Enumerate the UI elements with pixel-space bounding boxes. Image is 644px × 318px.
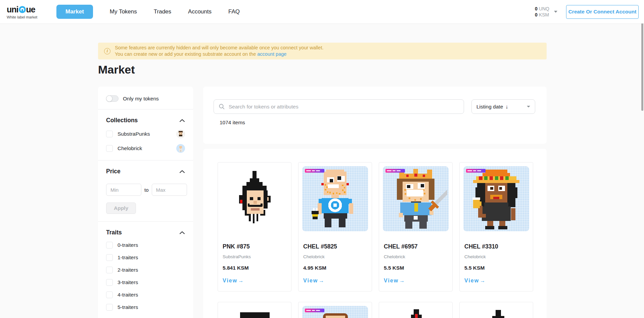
token-card[interactable]: CHEL #6957 Chelobrick 5.5 KSM View→ xyxy=(379,162,453,291)
token-price: 5.841 KSM xyxy=(223,265,249,271)
logo[interactable]: uni ue White label market xyxy=(7,5,46,19)
right-arrow-icon: → xyxy=(238,278,243,283)
trait-label: 0-traiters xyxy=(118,242,138,248)
balances-caret-down-icon[interactable] xyxy=(554,11,557,13)
banner-line2: You can create new or add your existing … xyxy=(115,51,323,57)
token-collection: Chelobrick xyxy=(384,254,405,259)
token-art-sombrero-man-beer xyxy=(465,168,528,231)
search-icon xyxy=(219,103,225,110)
token-title: PNK #875 xyxy=(223,243,250,250)
token-image-tag xyxy=(305,309,324,312)
token-card[interactable] xyxy=(298,302,372,318)
trait-row-0: 0-traiters xyxy=(106,242,185,248)
token-image-tag xyxy=(385,169,405,173)
wallet-balances[interactable]: 0UNQ 0KSM xyxy=(535,6,549,18)
token-image xyxy=(302,306,368,318)
only-my-tokens-toggle[interactable] xyxy=(106,95,119,102)
price-to-label: to xyxy=(144,187,149,193)
trait-row-2: 2-traiters xyxy=(106,267,185,273)
app-header: uni ue White label market Market My Toke… xyxy=(0,0,644,24)
checkbox-5-traiters[interactable] xyxy=(106,304,113,311)
logo-tagline: White label market xyxy=(7,15,46,19)
token-image xyxy=(222,306,287,318)
vertical-scrollbar[interactable] xyxy=(641,19,643,111)
main-nav: Market My Tokens Trades Accounts FAQ xyxy=(56,5,240,19)
trait-row-1: 1-traiters xyxy=(106,254,185,261)
checkbox-chelobrick[interactable] xyxy=(106,145,113,152)
right-arrow-icon: → xyxy=(399,278,405,283)
wallet-notice-banner: i Some features are currently hidden and… xyxy=(98,43,547,59)
sort-direction-down-icon[interactable]: ↓ xyxy=(505,104,508,110)
price-max-input[interactable] xyxy=(152,184,187,196)
token-card[interactable] xyxy=(459,302,533,318)
logo-text-right: ue xyxy=(26,5,35,14)
nav-item-my-tokens[interactable]: My Tokens xyxy=(110,8,137,15)
divider xyxy=(98,221,193,222)
token-card[interactable]: PNK #875 SubstraPunks 5.841 KSM View→ xyxy=(218,162,291,291)
chevron-up-icon[interactable] xyxy=(179,170,185,173)
trait-label: 2-traiters xyxy=(118,267,138,273)
view-link[interactable]: View→ xyxy=(223,278,243,284)
filters-sidebar: Only my tokens Collections SubstraPunks … xyxy=(98,87,193,318)
chelobrick-avatar xyxy=(176,144,185,153)
token-art-punk-man-mohawk-beard xyxy=(231,168,278,230)
nav-item-trades[interactable]: Trades xyxy=(154,8,171,15)
view-link[interactable]: View→ xyxy=(464,278,485,284)
right-arrow-icon: → xyxy=(319,278,324,283)
trait-row-3: 3-traiters xyxy=(106,279,185,286)
checkbox-2-traiters[interactable] xyxy=(106,267,113,273)
collections-title: Collections xyxy=(106,117,138,124)
page-title: Market xyxy=(98,63,135,76)
chevron-up-icon[interactable] xyxy=(179,231,185,234)
token-title: CHEL #3310 xyxy=(464,243,498,250)
trait-label: 3-traiters xyxy=(118,279,138,285)
view-link[interactable]: View→ xyxy=(303,278,324,284)
checkbox-substrapunks[interactable] xyxy=(106,131,113,137)
chevron-up-icon[interactable] xyxy=(179,119,185,122)
token-image xyxy=(383,306,449,318)
price-section-header[interactable]: Price xyxy=(106,168,185,175)
token-art-bald-man-blue-shirt xyxy=(304,168,367,231)
trait-row-5: 5-traiters xyxy=(106,304,185,311)
token-image-tag xyxy=(305,169,324,173)
sort-caret-down-icon xyxy=(527,106,530,107)
token-card[interactable]: CHEL #5825 Chelobrick 4.95 KSM View→ xyxy=(298,162,372,291)
nav-item-faq[interactable]: FAQ xyxy=(228,8,240,15)
collections-section-header[interactable]: Collections xyxy=(106,117,185,124)
token-image xyxy=(383,166,449,231)
token-collection: Chelobrick xyxy=(303,254,325,259)
token-card[interactable]: CHEL #3310 Chelobrick 5.5 KSM View→ xyxy=(459,162,533,291)
view-link[interactable]: View→ xyxy=(384,278,405,284)
collection-row-substrapunks: SubstraPunks xyxy=(106,130,185,138)
search-input[interactable] xyxy=(229,104,459,110)
account-page-link[interactable]: account page xyxy=(257,51,286,57)
search-box[interactable] xyxy=(214,99,464,114)
create-or-connect-account-button[interactable]: Create Or Connect Account xyxy=(566,5,639,19)
search-panel: Listing date ↓ 1074 items xyxy=(203,87,547,144)
price-min-input[interactable] xyxy=(106,184,141,196)
right-arrow-icon: → xyxy=(480,278,485,283)
collection-label: SubstraPunks xyxy=(118,131,150,137)
checkbox-1-traiters[interactable] xyxy=(106,254,113,261)
token-image xyxy=(302,166,368,231)
checkbox-0-traiters[interactable] xyxy=(106,242,113,248)
logo-text-left: uni xyxy=(7,5,18,14)
balance-unq: 0UNQ xyxy=(535,6,549,12)
toggle-knob xyxy=(106,95,112,102)
nav-item-accounts[interactable]: Accounts xyxy=(188,8,212,15)
traits-section-header[interactable]: Traits xyxy=(106,229,185,236)
apply-price-button[interactable]: Apply xyxy=(106,202,136,214)
checkbox-3-traiters[interactable] xyxy=(106,279,113,286)
trait-label: 5-traiters xyxy=(118,304,138,310)
sort-label: Listing date xyxy=(476,104,503,110)
only-my-tokens-label: Only my tokens xyxy=(123,96,159,102)
price-title: Price xyxy=(106,168,121,175)
sort-select[interactable]: Listing date ↓ xyxy=(471,99,535,114)
logo-wordmark: uni ue xyxy=(7,5,46,14)
token-card[interactable] xyxy=(379,302,453,318)
checkbox-4-traiters[interactable] xyxy=(106,291,113,298)
token-price: 4.95 KSM xyxy=(303,265,326,271)
token-card[interactable] xyxy=(218,302,291,318)
token-collection: SubstraPunks xyxy=(223,254,251,259)
nav-item-market[interactable]: Market xyxy=(56,5,93,19)
